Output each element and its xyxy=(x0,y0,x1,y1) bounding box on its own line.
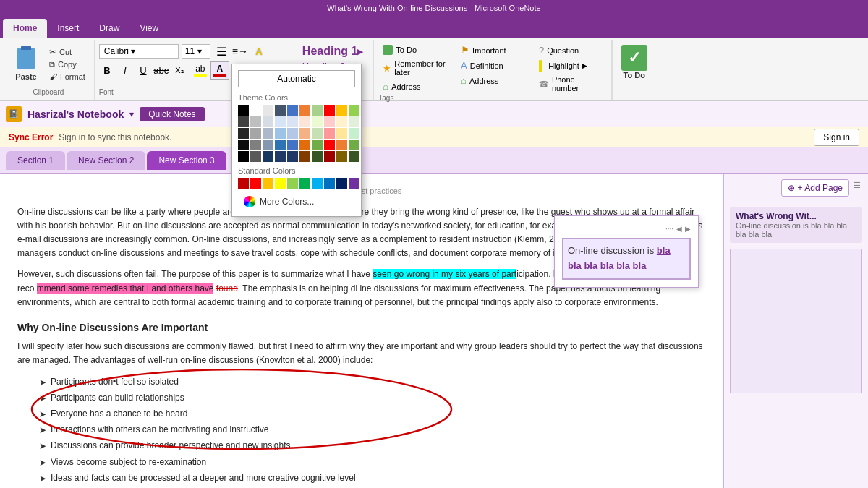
color-swatch[interactable] xyxy=(349,178,359,189)
format-button[interactable]: 🖌 Format xyxy=(46,72,88,82)
color-swatch[interactable] xyxy=(324,105,335,116)
color-swatch[interactable] xyxy=(336,178,347,189)
color-swatch[interactable] xyxy=(250,128,261,139)
text-highlight-button[interactable]: ab xyxy=(192,62,208,79)
notebook-dropdown-arrow[interactable]: ▾ xyxy=(129,109,134,119)
list-indent-button[interactable]: ≡→ xyxy=(232,43,248,59)
color-swatch[interactable] xyxy=(349,128,359,139)
color-swatch[interactable] xyxy=(275,140,286,150)
italic-button[interactable]: I xyxy=(117,63,133,79)
color-swatch[interactable] xyxy=(275,105,286,116)
section-tab-3[interactable]: New Section 3 xyxy=(147,151,226,170)
tag-address2[interactable]: ⌂ Address xyxy=(456,74,529,87)
color-swatch[interactable] xyxy=(324,140,335,150)
color-swatch[interactable] xyxy=(349,116,359,127)
color-swatch[interactable] xyxy=(312,116,323,127)
subscript-button[interactable]: X₂ xyxy=(171,63,187,79)
color-swatch[interactable] xyxy=(349,105,359,116)
color-swatch[interactable] xyxy=(250,178,261,189)
section-tab-2[interactable]: New Section 2 xyxy=(67,151,145,170)
color-swatch[interactable] xyxy=(349,140,359,150)
color-swatch[interactable] xyxy=(238,105,249,116)
color-swatch[interactable] xyxy=(263,116,273,127)
color-swatch[interactable] xyxy=(349,151,359,162)
tag-remember[interactable]: ★ Remember for later xyxy=(378,58,451,78)
color-swatch[interactable] xyxy=(263,128,273,139)
more-colors-button[interactable]: More Colors... xyxy=(238,193,355,210)
color-swatch[interactable] xyxy=(312,151,323,162)
color-swatch[interactable] xyxy=(275,178,286,189)
color-swatch[interactable] xyxy=(238,116,249,127)
color-swatch[interactable] xyxy=(250,105,261,116)
tab-draw[interactable]: Draw xyxy=(89,19,129,38)
color-swatch[interactable] xyxy=(336,151,347,162)
notebook-name[interactable]: Hasrizal's Notebook xyxy=(27,108,124,120)
color-swatch[interactable] xyxy=(238,151,249,162)
color-swatch[interactable] xyxy=(275,128,286,139)
color-swatch[interactable] xyxy=(336,140,347,150)
color-swatch[interactable] xyxy=(287,116,298,127)
color-swatch[interactable] xyxy=(299,116,310,127)
strikethrough-button[interactable]: abc xyxy=(153,63,169,79)
color-swatch[interactable] xyxy=(275,151,286,162)
add-page-button[interactable]: ⊕ + Add Page xyxy=(781,179,849,197)
color-swatch[interactable] xyxy=(324,178,335,189)
tag-phone[interactable]: ☎ Phone number xyxy=(535,74,607,94)
color-swatch[interactable] xyxy=(336,105,347,116)
color-swatch[interactable] xyxy=(336,116,347,127)
tab-insert[interactable]: Insert xyxy=(47,19,89,38)
tag-address[interactable]: ⌂ Address xyxy=(378,80,451,93)
underline-button[interactable]: U xyxy=(135,63,151,79)
color-swatch[interactable] xyxy=(250,151,261,162)
color-swatch[interactable] xyxy=(238,140,249,150)
tab-home[interactable]: Home xyxy=(3,19,47,38)
float-nav-right[interactable]: ▶ xyxy=(685,223,691,235)
panel-menu-button[interactable]: ☰ xyxy=(852,179,862,202)
color-swatch[interactable] xyxy=(324,128,335,139)
bold-button[interactable]: B xyxy=(99,63,115,79)
color-swatch[interactable] xyxy=(324,116,335,127)
tag-question[interactable]: ? Question xyxy=(535,43,607,57)
color-swatch[interactable] xyxy=(263,151,273,162)
color-swatch[interactable] xyxy=(299,151,310,162)
color-swatch[interactable] xyxy=(287,140,298,150)
color-swatch[interactable] xyxy=(324,151,335,162)
list-button[interactable]: ☰ xyxy=(213,43,229,59)
color-swatch[interactable] xyxy=(250,140,261,150)
quick-notes-button[interactable]: Quick Notes xyxy=(140,107,204,121)
color-swatch[interactable] xyxy=(263,178,273,189)
tag-important[interactable]: ⚑ Important xyxy=(456,43,529,57)
color-swatch[interactable] xyxy=(299,105,310,116)
color-swatch[interactable] xyxy=(312,140,323,150)
color-swatch[interactable] xyxy=(336,128,347,139)
tag-todo[interactable]: To Do xyxy=(378,43,451,56)
font-size-selector[interactable]: 11 ▾ xyxy=(182,44,210,59)
color-swatch[interactable] xyxy=(263,140,273,150)
color-swatch[interactable] xyxy=(299,128,310,139)
highlight-aa-button[interactable]: A xyxy=(251,43,267,59)
sign-in-button[interactable]: Sign in xyxy=(814,129,859,146)
color-swatch[interactable] xyxy=(312,128,323,139)
tag-definition[interactable]: A Definition xyxy=(456,59,529,72)
color-swatch[interactable] xyxy=(238,178,249,189)
color-swatch[interactable] xyxy=(287,151,298,162)
section-tab-1[interactable]: Section 1 xyxy=(6,151,65,170)
color-swatch[interactable] xyxy=(287,178,298,189)
color-swatch[interactable] xyxy=(287,105,298,116)
color-swatch[interactable] xyxy=(299,178,310,189)
color-swatch[interactable] xyxy=(250,116,261,127)
color-swatch[interactable] xyxy=(299,140,310,150)
tab-view[interactable]: View xyxy=(129,19,169,38)
paste-button[interactable]: Paste xyxy=(9,43,43,84)
todo-button[interactable]: ✓ To Do xyxy=(612,40,656,100)
automatic-color-button[interactable]: Automatic xyxy=(238,70,355,87)
tag-highlight[interactable]: ▌ Highlight ▶ xyxy=(535,59,607,72)
color-swatch[interactable] xyxy=(312,105,323,116)
page-entry[interactable]: What's Wrong Wit... On-line discussion i… xyxy=(730,207,862,243)
copy-button[interactable]: ⧉ Copy xyxy=(46,59,88,70)
heading1-style[interactable]: Heading 1 ▶ xyxy=(297,43,369,59)
color-swatch[interactable] xyxy=(312,178,323,189)
color-swatch[interactable] xyxy=(238,128,249,139)
float-nav-left[interactable]: ◀ xyxy=(676,223,682,235)
cut-button[interactable]: ✂ Cut xyxy=(46,46,88,58)
